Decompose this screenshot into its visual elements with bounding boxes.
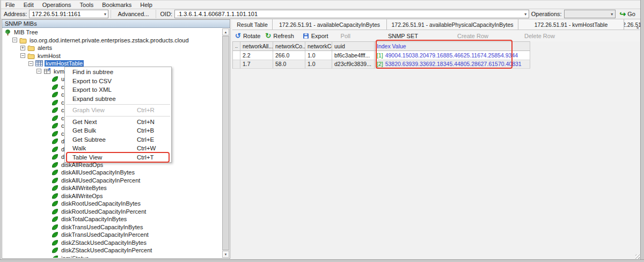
context-menu-item-get-next[interactable]: Get NextCtrl+N: [65, 118, 171, 127]
address-value: 172.26.51.91:1161: [32, 11, 80, 17]
collapse-icon[interactable]: −: [36, 69, 41, 74]
tree-node-kvmhost[interactable]: −kvmHost: [3, 52, 222, 60]
column-header-4[interactable]: uuid: [332, 42, 375, 51]
context-menu-item-graph-view: Graph ViewCtrl+R: [65, 106, 171, 115]
go-button[interactable]: ↪ Go: [618, 11, 638, 17]
context-menu-item-label: Get Bulk: [72, 127, 96, 134]
menu-bookmarks[interactable]: Bookmarks: [98, 1, 136, 9]
operations-combobox[interactable]: ▼: [564, 10, 616, 18]
tab-scroll-left-icon[interactable]: ◄: [635, 26, 639, 258]
context-menu-item-export-to-xml[interactable]: Export to XML: [65, 85, 171, 94]
tree-node-diskzstackusedcapacityinbytes[interactable]: diskZStackUsedCapacityInBytes: [3, 239, 222, 247]
scroll-down-icon[interactable]: ▼: [222, 251, 229, 258]
leaf-icon: [52, 162, 58, 168]
column-header-1[interactable]: networkAll...: [240, 42, 273, 51]
table-cell[interactable]: 1.0: [305, 51, 332, 60]
tree-node-diskallwritebytes[interactable]: diskAllWriteBytes: [3, 184, 222, 192]
context-menu-item-table-view[interactable]: Table ViewCtrl+T: [65, 153, 171, 162]
menu-file[interactable]: File: [1, 1, 19, 9]
tree-node-diskallusedcapacityinbytes[interactable]: diskAllUsedCapacityInBytes: [3, 169, 222, 177]
table-cell[interactable]: [233, 60, 240, 69]
context-menu-item-label: Table View: [72, 154, 102, 161]
context-menu-item-find-in-subtree[interactable]: Find in subtree: [65, 68, 171, 77]
table-cell[interactable]: 2.2: [240, 51, 273, 60]
context-menu: Find in subtreeExport to CSVExport to XM…: [64, 67, 172, 163]
tree-node-disktransusedcapacityinbytes[interactable]: diskTransUsedCapacityInBytes: [3, 223, 222, 231]
oid-combobox[interactable]: .1.3.6.1.4.1.60687.1.1.101.101 ▼: [174, 10, 529, 18]
tree-node-diskallusedcapacityinpercent[interactable]: diskAllUsedCapacityInPercent: [3, 177, 222, 185]
expand-icon[interactable]: +: [20, 46, 25, 50]
context-menu-shortcut: Ctrl+E: [137, 136, 154, 143]
column-header-2[interactable]: networkCo...: [273, 42, 305, 51]
context-menu-item-walk[interactable]: WalkCtrl+W: [65, 144, 171, 153]
tab-result-table[interactable]: Result Table: [232, 19, 273, 30]
table-cell-index-value[interactable]: [2]53820.63939.33692.18345.44805.28627.6…: [375, 60, 530, 69]
context-menu-shortcut: Ctrl+R: [137, 107, 155, 113]
tree-node-alerts[interactable]: +alerts: [3, 44, 222, 52]
collapse-icon[interactable]: −: [20, 53, 25, 58]
export-icon: [303, 33, 309, 39]
tree-node-label: MIB Tree: [13, 29, 39, 35]
column-header-3[interactable]: networkCo...: [305, 42, 332, 51]
context-menu-item-export-to-csv[interactable]: Export to CSV: [65, 77, 171, 86]
tree-node-ipmistatus[interactable]: ipmiStatus: [3, 254, 222, 258]
tree-node-mib-tree[interactable]: MIB Tree: [3, 28, 222, 37]
tree-node-label: kvmHostTable: [45, 60, 84, 67]
entry-icon: [43, 68, 51, 75]
leaf-icon: [52, 239, 58, 246]
chevron-down-icon[interactable]: ▼: [101, 12, 107, 16]
tree-scrollbar[interactable]: ▲ ▼: [222, 28, 229, 258]
table-cell[interactable]: 266.0: [273, 51, 305, 60]
collapse-icon[interactable]: −: [28, 61, 33, 66]
collapse-icon[interactable]: −: [12, 38, 17, 42]
table-row[interactable]: 2.2266.01.0bf6c3abe4fff...[1]49004.15038…: [233, 51, 530, 60]
context-menu-item-get-bulk[interactable]: Get BulkCtrl+B: [65, 126, 171, 135]
toolbar-button-snmp-set[interactable]: SNMP SET: [388, 33, 418, 39]
column-header-0[interactable]: ..: [233, 42, 240, 51]
menu-help[interactable]: Help: [136, 1, 157, 9]
table-cell[interactable]: bf6c3abe4fff...: [332, 51, 375, 60]
menu-tools[interactable]: Tools: [76, 1, 98, 9]
tree-node-disktotalcapacityinbytes[interactable]: diskTotalCapacityInBytes: [3, 215, 222, 223]
context-menu-item-label: Walk: [72, 145, 86, 151]
table-cell-index-value[interactable]: [1]49004.15038.20479.16885.46625.11674.2…: [375, 51, 530, 60]
toolbar-button-refresh[interactable]: ↻Refresh: [265, 33, 294, 39]
menu-operations[interactable]: Operations: [38, 1, 76, 9]
tree-node-diskrootusedcapacityinpercent[interactable]: diskRootUsedCapacityInPercent: [3, 208, 222, 216]
address-combobox[interactable]: 172.26.51.91:1161 ▼: [29, 10, 108, 18]
table-cell[interactable]: 1.0: [305, 60, 332, 69]
tab-172-26-51-91-availablephysicalcapacityinbytes[interactable]: 172.26.51.91 - availablePhysicalCapacity…: [387, 19, 518, 30]
table-row[interactable]: 1.758.01.0d23cf9c3839...[2]53820.63939.3…: [233, 60, 530, 69]
menu-edit[interactable]: Edit: [19, 1, 38, 9]
table-cell[interactable]: 58.0: [273, 60, 305, 69]
toolbar-button-label: Create Row: [457, 33, 488, 39]
chevron-down-icon[interactable]: ▼: [608, 12, 614, 16]
context-menu-item-expand-subtree[interactable]: Expand subtree: [65, 94, 171, 104]
tree-node-disktransusedcapacityinpercent[interactable]: diskTransUsedCapacityInPercent: [3, 231, 222, 239]
tab-172-26-51-91-kvmhosttable[interactable]: 172.26.51.91 - kvmHostTable: [518, 19, 624, 30]
tree-node-diskzstackusedcapacityinpercent[interactable]: diskZStackUsedCapacityInPercent: [3, 246, 222, 254]
context-menu-item-get-subtree[interactable]: Get SubtreeCtrl+E: [65, 135, 171, 144]
chevron-down-icon[interactable]: ▼: [522, 12, 528, 16]
tree-node-diskallwriteops[interactable]: diskAllWriteOps: [3, 192, 222, 200]
tree-node-label: ipmiStatus: [60, 255, 90, 258]
leaf-icon: [52, 247, 58, 253]
table-cell[interactable]: [233, 51, 240, 60]
tree-node-diskrootusedcapacityinbytes[interactable]: diskRootUsedCapacityInBytes: [3, 200, 222, 208]
leaf-icon: [52, 216, 58, 222]
table-cell[interactable]: 1.7: [240, 60, 273, 69]
scrollbar-thumb[interactable]: [222, 36, 229, 250]
advanced-button[interactable]: Advanced...: [111, 10, 156, 18]
scroll-up-icon[interactable]: ▲: [222, 28, 229, 35]
tab-172-26-51-91-availablecapacityinbytes[interactable]: 172.26.51.91 - availableCapacityInBytes: [273, 19, 387, 30]
table-cell[interactable]: d23cf9c3839...: [332, 60, 375, 69]
column-header-index-value[interactable]: Index Value: [375, 42, 530, 51]
tab-172-26-51-91[interactable]: 172.26.51.91: [624, 19, 642, 30]
tree-node-iso-org-dod-internet-private-enterprises-zstack-products-cloud[interactable]: −iso.org.dod.internet.private.enterprise…: [3, 37, 222, 45]
leaf-icon: [52, 130, 58, 137]
toolbar-button-rotate[interactable]: ↺Rotate: [235, 33, 260, 39]
toolbar-button-export[interactable]: Export: [303, 33, 328, 39]
menu-bar: FileEditOperationsToolsBookmarksHelp: [1, 1, 640, 9]
resize-grip[interactable]: [635, 254, 640, 259]
leaf-icon: [52, 91, 58, 98]
